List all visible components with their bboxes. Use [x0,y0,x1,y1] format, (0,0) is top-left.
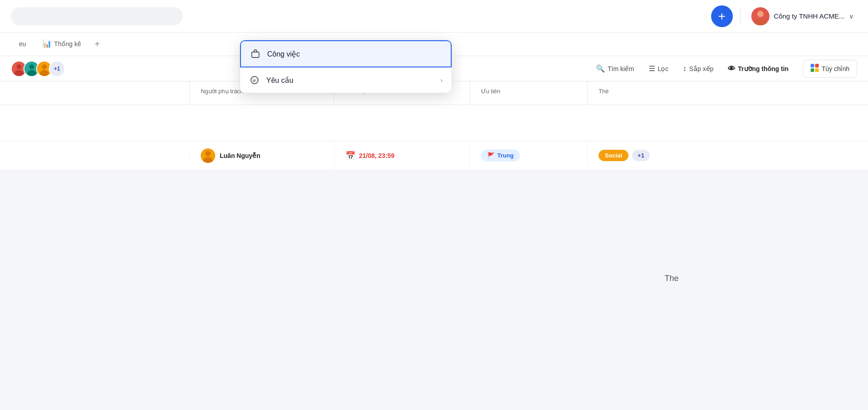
header: + Công ty TNHH ACME... ∨ [0,0,868,33]
search-icon: 🔍 [596,64,605,73]
row-deadline-cell: 📅 21/08, 23:59 [335,144,470,167]
svg-point-6 [17,64,22,69]
priority-label: Trung [497,152,514,159]
search-label: Tìm kiếm [608,65,634,72]
tag-social-badge: Social [599,150,628,161]
svg-rect-17 [815,68,819,72]
chevron-down-icon: ∨ [849,13,854,20]
svg-point-13 [40,70,49,76]
dropdown-menu: Công việc Yêu cầu › [240,40,452,93]
arrow-right-icon: › [440,76,443,84]
calendar-icon: 📅 [345,151,355,161]
tab-eu-label: eu [19,40,26,48]
sort-icon: ↕ [683,65,687,73]
svg-point-10 [27,70,36,76]
col-name-header [0,81,190,105]
tab-eu[interactable]: eu [11,34,34,55]
tag-more-badge: +1 [632,150,650,161]
dropdown-congviec-label: Công việc [267,50,442,58]
svg-point-19 [205,151,211,156]
detected-text-area: The [660,254,862,303]
assignee-name: Luân Nguyễn [220,152,260,159]
header-divider [740,8,741,24]
svg-rect-15 [815,64,819,67]
table-row: Luân Nguyễn 📅 21/08, 23:59 🚩 Trung Socia… [0,141,868,170]
svg-point-23 [253,80,254,81]
the-text: The [665,274,679,283]
tab-statistics-label: Thống kê [54,40,81,48]
sort-label: Sắp xếp [689,65,714,72]
member-more-label: +1 [54,66,60,72]
company-selector[interactable]: Công ty TNHH ACME... ∨ [748,5,857,27]
flag-icon: 🚩 [487,152,495,159]
svg-rect-21 [252,52,259,57]
search-toolbar-item[interactable]: 🔍 Tìm kiếm [596,64,634,73]
svg-rect-14 [811,64,814,67]
company-avatar [751,7,769,25]
tab-statistics[interactable]: 📊 Thống kê [34,33,90,55]
deadline-value: 21/08, 23:59 [359,152,395,159]
col-tags-header: Thè [588,81,868,105]
plus-icon: + [94,39,100,49]
customize-icon [811,64,819,74]
fields-label: Trường thông tin [738,65,788,72]
svg-point-9 [29,64,34,69]
row-name-cell [0,149,190,162]
empty-table-row [0,105,868,141]
add-button[interactable]: + [711,5,733,27]
members-avatars: +1 [11,61,65,77]
header-left [11,7,183,25]
header-right: + Công ty TNHH ACME... ∨ [711,5,857,27]
member-avatar-more: +1 [49,61,65,77]
svg-point-3 [757,11,764,17]
row-priority-cell: 🚩 Trung [470,143,588,168]
search-bar[interactable] [11,7,183,25]
filter-toolbar-item[interactable]: ☰ Lọc [649,64,669,73]
row-tags-cell: Social +1 [588,143,868,167]
svg-rect-16 [811,68,814,72]
tab-add-button[interactable]: + [89,33,105,56]
customize-label: Tùy chỉnh [821,65,849,72]
company-name: Công ty TNHH ACME... [774,12,844,20]
fields-icon: 👁 [728,65,735,73]
svg-point-12 [42,64,47,69]
dropdown-yeucau-label: Yêu cầu [266,76,434,85]
col-priority-header: Ưu tiên [470,81,588,105]
dropdown-item-congviec[interactable]: Công việc [240,40,452,67]
message-circle-icon [249,75,260,86]
row-assignee-cell: Luân Nguyễn [190,142,335,169]
assignee-avatar [201,148,215,163]
filter-label: Lọc [658,65,669,72]
filter-icon: ☰ [649,64,655,73]
svg-point-7 [14,70,24,76]
sort-toolbar-item[interactable]: ↕ Sắp xếp [683,65,714,73]
fields-toolbar-item[interactable]: 👁 Trường thông tin [728,65,788,73]
priority-badge: 🚩 Trung [481,149,520,162]
customize-button[interactable]: Tùy chỉnh [803,60,857,78]
dropdown-item-yeucau[interactable]: Yêu cầu › [240,67,452,93]
bar-chart-icon: 📊 [42,39,52,48]
briefcase-icon [250,48,261,59]
